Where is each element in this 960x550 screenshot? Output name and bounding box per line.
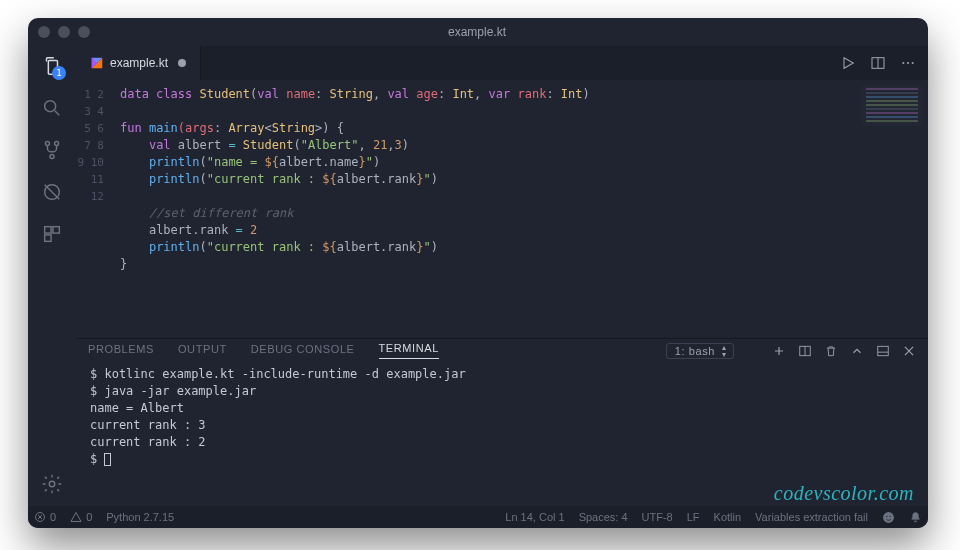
code-content[interactable]: data class Student(val name: String, val… xyxy=(114,80,928,338)
new-terminal-icon[interactable] xyxy=(772,344,786,358)
svg-point-0 xyxy=(45,101,56,112)
run-icon[interactable] xyxy=(840,55,856,71)
split-terminal-icon[interactable] xyxy=(798,344,812,358)
toggle-panel-icon[interactable] xyxy=(876,344,890,358)
bottom-panel: PROBLEMS OUTPUT DEBUG CONSOLE TERMINAL 1… xyxy=(76,338,928,506)
svg-point-22 xyxy=(889,515,890,516)
search-icon[interactable] xyxy=(40,96,64,120)
editor-actions xyxy=(828,46,928,80)
traffic-lights xyxy=(38,26,90,38)
close-dot[interactable] xyxy=(38,26,50,38)
svg-rect-5 xyxy=(45,227,51,233)
status-eol[interactable]: LF xyxy=(687,511,700,523)
settings-gear-icon[interactable] xyxy=(40,472,64,496)
svg-marker-12 xyxy=(844,58,853,69)
tab-example-kt[interactable]: example.kt xyxy=(76,46,201,80)
status-encoding[interactable]: UTF-8 xyxy=(642,511,673,523)
svg-point-2 xyxy=(55,142,59,146)
minimize-dot[interactable] xyxy=(58,26,70,38)
status-spaces[interactable]: Spaces: 4 xyxy=(579,511,628,523)
dirty-indicator-icon xyxy=(178,59,186,67)
svg-point-14 xyxy=(902,62,904,64)
activity-bar: 1 xyxy=(28,46,76,506)
workbench: 1 example.kt xyxy=(28,46,928,506)
explorer-icon[interactable]: 1 xyxy=(40,54,64,78)
svg-point-8 xyxy=(49,481,55,487)
panel-tab-debug-console[interactable]: DEBUG CONSOLE xyxy=(251,343,355,359)
panel-tab-terminal[interactable]: TERMINAL xyxy=(379,342,439,359)
svg-point-20 xyxy=(883,512,894,523)
status-bell-icon[interactable] xyxy=(909,511,922,524)
status-cursor-pos[interactable]: Ln 14, Col 1 xyxy=(505,511,564,523)
panel-tab-output[interactable]: OUTPUT xyxy=(178,343,227,359)
minimap[interactable] xyxy=(862,86,922,126)
titlebar: example.kt xyxy=(28,18,928,46)
svg-point-3 xyxy=(50,154,54,158)
source-control-icon[interactable] xyxy=(40,138,64,162)
tab-bar: example.kt xyxy=(76,46,928,80)
svg-rect-6 xyxy=(53,227,59,233)
editor[interactable]: 1 2 3 4 5 6 7 8 9 10 11 12 data class St… xyxy=(76,80,928,338)
editor-group: example.kt 1 2 3 4 5 6 7 8 9 10 11 12 da… xyxy=(76,46,928,506)
svg-rect-7 xyxy=(45,235,51,241)
close-panel-icon[interactable] xyxy=(902,344,916,358)
panel-actions xyxy=(772,344,916,358)
terminal-selector[interactable]: 1: bash xyxy=(666,343,734,359)
status-language[interactable]: Kotlin xyxy=(714,511,742,523)
zoom-dot[interactable] xyxy=(78,26,90,38)
editor-window: example.kt 1 xyxy=(28,18,928,528)
panel-tab-problems[interactable]: PROBLEMS xyxy=(88,343,154,359)
status-feedback-icon[interactable] xyxy=(882,511,895,524)
tab-label: example.kt xyxy=(110,56,168,70)
panel-tabs: PROBLEMS OUTPUT DEBUG CONSOLE TERMINAL 1… xyxy=(76,339,928,362)
watermark: codevscolor.com xyxy=(774,485,914,502)
svg-point-16 xyxy=(912,62,914,64)
extensions-icon[interactable] xyxy=(40,222,64,246)
line-gutter: 1 2 3 4 5 6 7 8 9 10 11 12 xyxy=(76,80,114,338)
window-title: example.kt xyxy=(90,25,864,39)
more-icon[interactable] xyxy=(900,55,916,71)
svg-point-1 xyxy=(45,142,49,146)
status-errors[interactable]: 0 xyxy=(34,511,56,523)
maximize-panel-icon[interactable] xyxy=(850,344,864,358)
kotlin-file-icon xyxy=(90,56,104,70)
debug-icon[interactable] xyxy=(40,180,64,204)
explorer-badge: 1 xyxy=(52,66,66,80)
status-extra[interactable]: Variables extraction fail xyxy=(755,511,868,523)
status-warnings[interactable]: 0 xyxy=(70,511,92,523)
status-python[interactable]: Python 2.7.15 xyxy=(106,511,174,523)
split-editor-icon[interactable] xyxy=(870,55,886,71)
status-bar: 0 0 Python 2.7.15 Ln 14, Col 1 Spaces: 4… xyxy=(28,506,928,528)
svg-point-21 xyxy=(886,515,887,516)
svg-point-15 xyxy=(907,62,909,64)
svg-rect-18 xyxy=(878,346,889,355)
kill-terminal-icon[interactable] xyxy=(824,344,838,358)
terminal[interactable]: $ kotlinc example.kt -include-runtime -d… xyxy=(76,362,928,506)
